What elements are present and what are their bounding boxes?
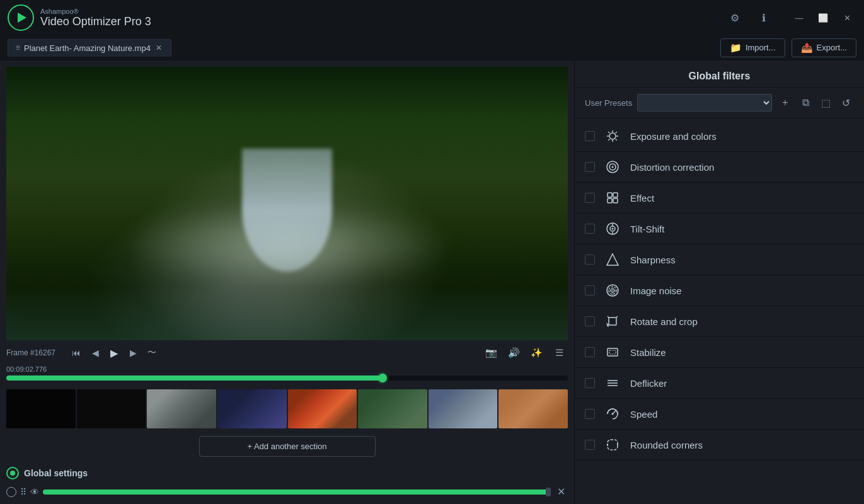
app-logo <box>8 4 34 31</box>
track-delete-icon[interactable]: ✕ <box>555 484 568 499</box>
play-button[interactable]: ▶ <box>106 345 122 361</box>
camera-icon[interactable]: 📷 <box>482 344 500 362</box>
tab-planet-earth[interactable]: ⠿ Planet Earth- Amazing Nature.mp4 ✕ <box>8 39 171 57</box>
step-back-icon[interactable]: ◀ <box>87 345 103 361</box>
timeline-thumb[interactable] <box>378 374 387 382</box>
maximize-button[interactable]: ⬜ <box>814 8 832 27</box>
minimize-button[interactable]: — <box>790 8 809 27</box>
filter-item-tiltshift[interactable]: Tilt-Shift <box>575 214 864 244</box>
svg-marker-21 <box>607 254 618 265</box>
track-visibility-icon[interactable]: 👁 <box>30 487 39 497</box>
tab-label: Planet Earth- Amazing Nature.mp4 <box>24 43 151 53</box>
filter-item-stabilize[interactable]: Stabilize <box>575 337 864 368</box>
import-icon: 📁 <box>730 42 742 54</box>
export-button[interactable]: 📤 Export... <box>792 38 856 57</box>
filter-icon-tiltshift <box>604 220 621 238</box>
filter-item-sharpness[interactable]: Sharpness <box>575 244 864 275</box>
filter-checkbox-distortion[interactable] <box>585 162 595 172</box>
svg-rect-29 <box>609 350 616 354</box>
timeline-track[interactable] <box>6 375 568 381</box>
titlebar-controls: ⚙ ℹ — ⬜ ✕ <box>725 8 856 27</box>
filter-label-effect: Effect <box>630 193 654 203</box>
filters-list: Exposure and colors Distortion correctio… <box>575 118 864 504</box>
filter-checkbox-exposure[interactable] <box>585 131 595 141</box>
thumbnail-6[interactable] <box>358 389 427 428</box>
video-preview <box>6 67 568 340</box>
wand-icon[interactable]: ✨ <box>527 344 545 362</box>
thumbnail-3[interactable] <box>147 389 216 428</box>
filter-icon-rotatecrop <box>604 312 621 330</box>
filter-icon-sharpness <box>604 251 621 268</box>
filter-icon-speed <box>604 405 621 423</box>
presets-add-button[interactable]: + <box>777 94 793 111</box>
filter-checkbox-sharpness[interactable] <box>585 255 595 265</box>
volume-icon[interactable]: 🔊 <box>505 344 522 362</box>
video-scene <box>6 67 568 340</box>
track-drag-handle[interactable]: ⠿ <box>20 487 26 497</box>
step-fwd-icon[interactable]: ▶ <box>125 345 141 361</box>
play-icon <box>18 13 26 23</box>
frame-bar: Frame #16267 ⏮ ◀ ▶ ▶ 〜 📷 🔊 ✨ ☰ <box>0 340 574 365</box>
settings-icon[interactable]: ⚙ <box>725 8 744 27</box>
filter-icon-stabilize <box>604 343 621 361</box>
filter-label-rotatecrop: Rotate and crop <box>630 316 698 327</box>
svg-rect-14 <box>608 198 612 203</box>
thumbnail-7[interactable] <box>429 389 498 428</box>
presets-actions: + ⧉ ⬚ ↺ <box>777 94 854 111</box>
close-button[interactable]: ✕ <box>838 8 856 27</box>
presets-reset-button[interactable]: ↺ <box>838 94 854 111</box>
left-panel: Frame #16267 ⏮ ◀ ▶ ▶ 〜 📷 🔊 ✨ ☰ 00:09:02.… <box>0 60 574 504</box>
import-label: Import... <box>746 43 776 52</box>
import-button[interactable]: 📁 Import... <box>720 38 785 57</box>
track-end-handle[interactable] <box>546 488 551 496</box>
filter-checkbox-roundedcorners[interactable] <box>585 440 595 450</box>
filter-item-exposure[interactable]: Exposure and colors <box>575 121 864 152</box>
filter-item-speed[interactable]: Speed <box>575 399 864 430</box>
settings-dot <box>10 471 15 476</box>
filter-item-deflicker[interactable]: Deflicker <box>575 368 864 399</box>
titlebar: Ashampoo® Video Optimizer Pro 3 ⚙ ℹ — ⬜ … <box>0 0 864 35</box>
filter-icon-deflicker <box>604 374 621 392</box>
settings-track-bar[interactable] <box>43 490 551 495</box>
trim-start-icon[interactable]: ⏮ <box>68 345 84 361</box>
tab-close-icon[interactable]: ✕ <box>154 43 163 52</box>
presets-copy-button[interactable]: ⧉ <box>797 94 814 111</box>
presets-row: User Presets + ⧉ ⬚ ↺ <box>575 88 864 118</box>
filter-label-exposure: Exposure and colors <box>630 131 717 142</box>
filter-label-sharpness: Sharpness <box>630 255 676 265</box>
filter-checkbox-rotatecrop[interactable] <box>585 316 595 326</box>
filter-item-rotatecrop[interactable]: Rotate and crop <box>575 306 864 337</box>
filter-label-deflicker: Deflicker <box>630 378 667 389</box>
filter-checkbox-tiltshift[interactable] <box>585 224 595 234</box>
filter-checkbox-effect[interactable] <box>585 193 595 203</box>
filter-checkbox-imagenoise[interactable] <box>585 285 595 295</box>
export-icon: 📤 <box>801 42 813 54</box>
svg-line-7 <box>616 132 617 133</box>
thumbnail-4[interactable] <box>217 389 287 428</box>
add-section-area: + Add another section <box>0 433 574 462</box>
wave-icon[interactable]: 〜 <box>144 345 160 361</box>
timeline-progress <box>6 375 383 381</box>
filter-item-imagenoise[interactable]: Image noise <box>575 275 864 306</box>
thumbnail-8[interactable] <box>498 389 568 428</box>
presets-select[interactable] <box>637 94 772 112</box>
thumbnail-1[interactable] <box>6 389 76 428</box>
thumbnail-5[interactable] <box>288 389 357 428</box>
filter-item-roundedcorners[interactable]: Rounded corners <box>575 430 864 461</box>
track-circle[interactable] <box>6 487 16 497</box>
sliders-icon[interactable]: ☰ <box>550 344 568 362</box>
frame-controls: ⏮ ◀ ▶ ▶ 〜 <box>68 345 477 361</box>
thumbnail-2[interactable] <box>77 389 146 428</box>
filter-item-distortion[interactable]: Distortion correction <box>575 152 864 183</box>
filter-item-effect[interactable]: Effect <box>575 183 864 214</box>
filter-checkbox-deflicker[interactable] <box>585 378 595 388</box>
filter-checkbox-stabilize[interactable] <box>585 347 595 357</box>
info-icon[interactable]: ℹ <box>754 8 773 27</box>
filter-label-stabilize: Stabilize <box>630 347 666 358</box>
app-name: Video Optimizer Pro 3 <box>40 15 151 28</box>
presets-save-button[interactable]: ⬚ <box>817 94 834 111</box>
filter-checkbox-speed[interactable] <box>585 409 595 419</box>
video-waterfall <box>242 149 332 272</box>
add-section-button[interactable]: + Add another section <box>199 436 376 457</box>
svg-point-11 <box>612 166 614 168</box>
